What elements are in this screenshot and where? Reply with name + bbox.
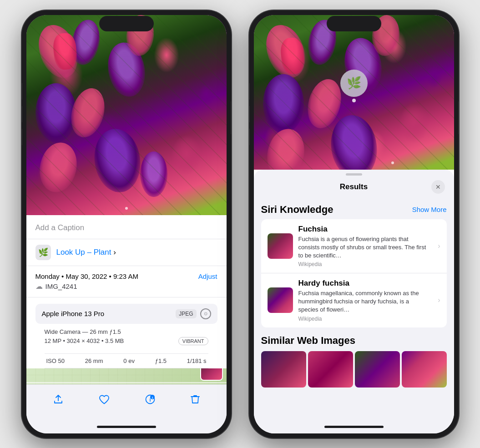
device-name: Apple iPhone 13 Pro	[42, 310, 105, 317]
home-indicator-right	[254, 421, 454, 433]
device-badges: JPEG ⊙	[176, 308, 211, 319]
right-phone: 🌿 Results ✕ Siri Knowl	[249, 10, 459, 438]
iso-value: ISO 50	[45, 357, 66, 364]
similar-image-4[interactable]	[402, 351, 447, 388]
similar-image-3[interactable]	[355, 351, 400, 388]
photo-display-right[interactable]: 🌿	[254, 15, 454, 170]
adjust-button[interactable]: Adjust	[198, 272, 217, 280]
results-title: Results	[277, 182, 431, 191]
left-phone-inner: Add a Caption 🌿 Look Up – Plant › Monday…	[26, 15, 227, 433]
results-content: Siri Knowledge Show More Fuchsia Fuchsia…	[254, 198, 454, 421]
device-section: Apple iPhone 13 Pro JPEG ⊙ Wide Camera —…	[26, 297, 227, 368]
dynamic-island	[99, 16, 154, 31]
similar-image-2[interactable]	[308, 351, 353, 388]
aperture-value: ƒ1.5	[153, 357, 168, 364]
share-button[interactable]	[53, 394, 63, 404]
location-row: ☁ IMG_4241	[35, 282, 217, 291]
map-area[interactable]	[26, 368, 227, 384]
hardy-fuchsia-chevron-icon: ›	[438, 296, 440, 304]
date-row: Monday • May 30, 2022 • 9:23 AM Adjust	[35, 272, 217, 280]
home-indicator	[26, 421, 227, 433]
date-text: Monday • May 30, 2022 • 9:23 AM	[35, 272, 138, 280]
metadata-section: Monday • May 30, 2022 • 9:23 AM Adjust ☁…	[26, 266, 227, 297]
bottom-toolbar: i i	[26, 384, 227, 421]
caption-placeholder: Add a Caption	[35, 223, 85, 232]
camera-spec-line: Wide Camera — 26 mm ƒ1.5	[45, 328, 208, 335]
similar-image-1[interactable]	[261, 351, 306, 388]
siri-knowledge-header: Siri Knowledge Show More	[261, 204, 447, 216]
siri-visual-lookup-bubble[interactable]: 🌿	[340, 70, 368, 97]
left-phone: Add a Caption 🌿 Look Up – Plant › Monday…	[22, 10, 231, 438]
fuchsia-text: Fuchsia Fuchsia is a genus of flowering …	[298, 225, 431, 268]
home-bar-right	[324, 426, 384, 428]
vibrant-badge: VIBRANT	[178, 337, 208, 345]
hardy-fuchsia-description: Fuchsia magellanica, commonly known as t…	[298, 289, 431, 314]
siri-dot-indicator	[352, 99, 356, 102]
hardy-fuchsia-name: Hardy fuchsia	[298, 279, 431, 288]
fuchsia-chevron-icon: ›	[438, 242, 440, 250]
delete-button[interactable]	[191, 394, 200, 404]
siri-leaf-icon: 🌿	[347, 76, 361, 90]
favorite-button[interactable]	[99, 394, 110, 404]
page-indicator	[125, 207, 128, 210]
right-phone-inner: 🌿 Results ✕ Siri Knowl	[254, 15, 454, 433]
camera-settings-icon[interactable]: ⊙	[200, 308, 211, 319]
svg-text:i: i	[152, 396, 152, 400]
fuchsia-description: Fuchsia is a genus of flowering plants t…	[298, 235, 431, 260]
lookup-row[interactable]: 🌿 Look Up – Plant ›	[26, 239, 227, 266]
exif-row: ISO 50 26 mm 0 ev ƒ1.5 1/181 s	[45, 353, 208, 368]
map-thumbnail	[200, 368, 223, 381]
knowledge-item-hardy-fuchsia[interactable]: Hardy fuchsia Fuchsia magellanica, commo…	[261, 273, 447, 327]
resolution-line: 12 MP • 3024 × 4032 • 3.5 MB VIBRANT	[45, 337, 208, 345]
show-more-button[interactable]: Show More	[412, 206, 447, 213]
similar-images-title: Similar Web Images	[261, 335, 447, 347]
camera-specs: Wide Camera — 26 mm ƒ1.5 12 MP • 3024 × …	[35, 328, 217, 353]
fuchsia-thumbnail	[268, 233, 293, 259]
fuchsia-source: Wikipedia	[298, 261, 431, 267]
shutter-speed: 1/181 s	[185, 357, 208, 364]
hardy-fuchsia-text: Hardy fuchsia Fuchsia magellanica, commo…	[298, 279, 431, 322]
lookup-label: Look Up – Plant ›	[56, 248, 116, 257]
knowledge-item-fuchsia[interactable]: Fuchsia Fuchsia is a genus of flowering …	[261, 219, 447, 274]
photo-display[interactable]	[26, 15, 227, 215]
device-row: Apple iPhone 13 Pro JPEG ⊙	[35, 304, 217, 324]
format-badge: JPEG	[176, 309, 196, 318]
knowledge-card: Fuchsia Fuchsia is a genus of flowering …	[261, 219, 447, 327]
caption-area[interactable]: Add a Caption	[26, 215, 227, 239]
similar-web-images-section: Similar Web Images	[261, 335, 447, 388]
results-sheet: Results ✕ Siri Knowledge Show More	[254, 170, 454, 433]
page-indicator-right	[391, 161, 394, 164]
siri-visual-lookup-icon: 🌿	[35, 245, 51, 260]
hardy-fuchsia-source: Wikipedia	[298, 316, 431, 322]
siri-knowledge-title: Siri Knowledge	[261, 204, 333, 216]
close-button[interactable]: ✕	[431, 180, 445, 194]
info-button[interactable]: i i	[145, 394, 155, 404]
focal-length: 26 mm	[83, 357, 105, 364]
ev-value: 0 ev	[121, 357, 136, 364]
home-bar	[97, 426, 156, 428]
fuchsia-name: Fuchsia	[298, 225, 431, 234]
hardy-fuchsia-thumbnail	[268, 287, 293, 313]
close-icon: ✕	[435, 183, 441, 191]
filename: IMG_4241	[45, 282, 77, 290]
phones-container: Add a Caption 🌿 Look Up – Plant › Monday…	[13, 1, 468, 447]
similar-images-grid	[261, 351, 447, 388]
cloud-icon: ☁	[35, 282, 43, 291]
results-header: Results ✕	[254, 176, 454, 198]
dynamic-island-right	[327, 16, 381, 31]
